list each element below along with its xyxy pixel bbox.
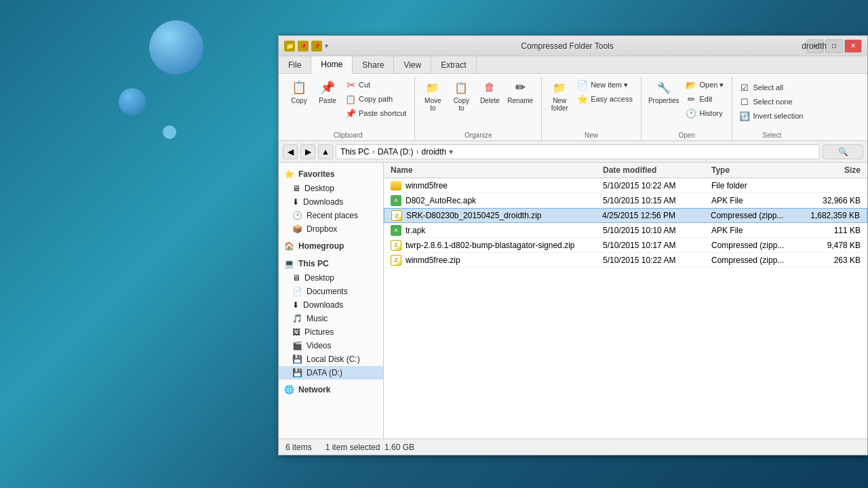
zip-icon: Z: [391, 210, 402, 221]
maximize-button[interactable]: □: [825, 39, 843, 53]
sidebar-item-recent[interactable]: 🕐 Recent places: [279, 209, 383, 222]
breadcrumb-data[interactable]: DATA (D:): [378, 147, 414, 157]
sidebar-item-pc-datad[interactable]: 💾 DATA (D:): [279, 366, 383, 380]
copy-button[interactable]: 📋 Copy: [285, 78, 313, 106]
forward-button[interactable]: ▶: [300, 144, 315, 159]
ribbon-group-select: ☑ Select all ☐ Select none 🔃 Invert sele…: [732, 77, 811, 140]
pc-datad-label: DATA (D:): [307, 368, 342, 378]
paste-button[interactable]: 📌 Paste: [314, 78, 341, 106]
pc-downloads-label: Downloads: [303, 300, 343, 310]
pc-desktop-label: Desktop: [304, 273, 334, 283]
select-none-button[interactable]: ☐ Select none: [736, 95, 806, 108]
sidebar-item-desktop[interactable]: 🖥 Desktop: [279, 182, 383, 195]
homegroup-icon: 🏠: [284, 241, 294, 251]
sidebar-item-pc-pictures[interactable]: 🖼 Pictures: [279, 325, 383, 339]
rename-icon: ✏: [512, 79, 528, 96]
tab-home[interactable]: Home: [311, 56, 353, 74]
history-button[interactable]: 🕐 History: [683, 106, 726, 120]
sidebar-header-network[interactable]: 🌐 Network: [279, 382, 383, 397]
table-row[interactable]: Z SRK-D80230b_20150425_droidth.zip 4/25/…: [384, 208, 867, 223]
window-icon3: 📌: [311, 41, 322, 52]
move-to-button[interactable]: 📁 Moveto: [419, 78, 446, 113]
copy-path-label: Copy path: [359, 95, 393, 103]
breadcrumb-droidth[interactable]: droidth: [422, 147, 447, 157]
col-header-type[interactable]: Type: [711, 165, 800, 175]
file-list-header: Name Date modified Type Size: [384, 163, 867, 178]
tab-file[interactable]: File: [279, 56, 311, 73]
file-size: 1,682,359 KB: [799, 211, 867, 220]
sidebar-header-homegroup[interactable]: 🏠 Homegroup: [279, 239, 383, 253]
favorites-icon: ⭐: [284, 169, 294, 179]
tab-extract[interactable]: Extract: [431, 56, 476, 73]
pc-pictures-label: Pictures: [304, 327, 334, 337]
network-label: Network: [298, 385, 330, 394]
clipboard-small-col: ✂ Cut 📋 Copy path 📌 Paste shortcut: [342, 78, 409, 129]
file-date: 4/25/2015 12:56 PM: [602, 211, 711, 220]
col-header-name[interactable]: Name: [384, 165, 603, 175]
invert-selection-button[interactable]: 🔃 Invert selection: [736, 109, 806, 123]
table-row[interactable]: Z twrp-2.8.6.1-d802-bump-blastagator-sig…: [384, 238, 867, 253]
sidebar-header-thispc[interactable]: 💻 This PC: [279, 256, 383, 271]
breadcrumb[interactable]: This PC › DATA (D:) › droidth ▾: [336, 144, 820, 159]
favorites-label: Favorites: [298, 169, 334, 179]
new-small-col: 📄 New item ▾ ⭐ Easy access: [574, 78, 635, 115]
paste-shortcut-button[interactable]: 📌 Paste shortcut: [342, 106, 409, 120]
navigation-bar: ◀ ▶ ▲ This PC › DATA (D:) › droidth ▾ 🔍: [279, 141, 867, 163]
sidebar-item-pc-downloads[interactable]: ⬇ Downloads: [279, 298, 383, 312]
new-item-button[interactable]: 📄 New item ▾: [574, 78, 635, 92]
back-button[interactable]: ◀: [283, 144, 298, 159]
apk-icon: A: [391, 225, 401, 236]
file-size: 263 KB: [800, 256, 867, 265]
homegroup-label: Homegroup: [298, 241, 344, 251]
paste-shortcut-label: Paste shortcut: [359, 109, 406, 117]
cut-button[interactable]: ✂ Cut: [342, 78, 409, 92]
table-row[interactable]: winmd5free 5/10/2015 10:22 AM File folde…: [384, 178, 867, 193]
col-header-size[interactable]: Size: [800, 165, 867, 175]
easy-access-button[interactable]: ⭐ Easy access: [574, 92, 635, 106]
file-type: APK File: [711, 196, 800, 205]
history-icon: 🕐: [686, 108, 696, 119]
tab-share[interactable]: Share: [353, 56, 394, 73]
file-type: Compressed (zipp...: [711, 211, 799, 220]
sidebar-item-pc-music[interactable]: 🎵 Music: [279, 312, 383, 325]
copy-to-button[interactable]: 📋 Copyto: [448, 78, 475, 113]
sidebar-item-dropbox[interactable]: 📦 Dropbox: [279, 222, 383, 236]
rename-button[interactable]: ✏ Rename: [505, 78, 536, 106]
breadcrumb-thispc[interactable]: This PC: [340, 147, 370, 157]
close-button[interactable]: ✕: [844, 39, 862, 53]
recent-icon: 🕐: [292, 211, 302, 220]
sidebar-item-pc-documents[interactable]: 📄 Documents: [279, 285, 383, 298]
sidebar-item-downloads[interactable]: ⬇ Downloads: [279, 195, 383, 209]
sidebar-section-homegroup: 🏠 Homegroup: [279, 239, 383, 253]
sidebar-header-favorites[interactable]: ⭐ Favorites: [279, 167, 383, 182]
delete-label: Delete: [480, 97, 500, 104]
sidebar-item-pc-videos[interactable]: 🎬 Videos: [279, 339, 383, 352]
file-name: A D802_AutoRec.apk: [384, 195, 603, 206]
select-label: Select: [732, 131, 811, 139]
tab-view[interactable]: View: [394, 56, 431, 73]
copy-path-button[interactable]: 📋 Copy path: [342, 92, 409, 106]
sidebar-item-pc-desktop[interactable]: 🖥 Desktop: [279, 271, 383, 285]
copy-label: Copy: [291, 97, 307, 104]
zip-icon: Z: [391, 240, 401, 251]
recent-label: Recent places: [307, 211, 358, 220]
up-button[interactable]: ▲: [318, 144, 333, 159]
properties-button[interactable]: 🔧 Properties: [646, 78, 682, 106]
pc-videos-label: Videos: [307, 341, 331, 350]
easy-access-label: Easy access: [591, 95, 633, 103]
select-all-button[interactable]: ☑ Select all: [736, 81, 806, 94]
select-col: ☑ Select all ☐ Select none 🔃 Invert sele…: [736, 78, 806, 132]
table-row[interactable]: Z winmd5free.zip 5/10/2015 10:22 AM Comp…: [384, 253, 867, 268]
edit-button[interactable]: ✏ Edit: [683, 92, 726, 106]
table-row[interactable]: A tr.apk 5/10/2015 10:10 AM APK File 111…: [384, 223, 867, 238]
sidebar-item-pc-localc[interactable]: 💾 Local Disk (C:): [279, 352, 383, 366]
table-row[interactable]: A D802_AutoRec.apk 5/10/2015 10:15 AM AP…: [384, 193, 867, 208]
open-button[interactable]: 📂 Open ▾: [683, 78, 726, 92]
new-folder-button[interactable]: 📁 Newfolder: [546, 78, 573, 113]
search-box[interactable]: 🔍: [823, 144, 863, 159]
sidebar-section-network: 🌐 Network: [279, 382, 383, 397]
delete-button[interactable]: 🗑 Delete: [476, 78, 503, 106]
apk-icon: A: [391, 195, 401, 206]
file-type: File folder: [711, 181, 800, 190]
col-header-date[interactable]: Date modified: [603, 165, 711, 175]
